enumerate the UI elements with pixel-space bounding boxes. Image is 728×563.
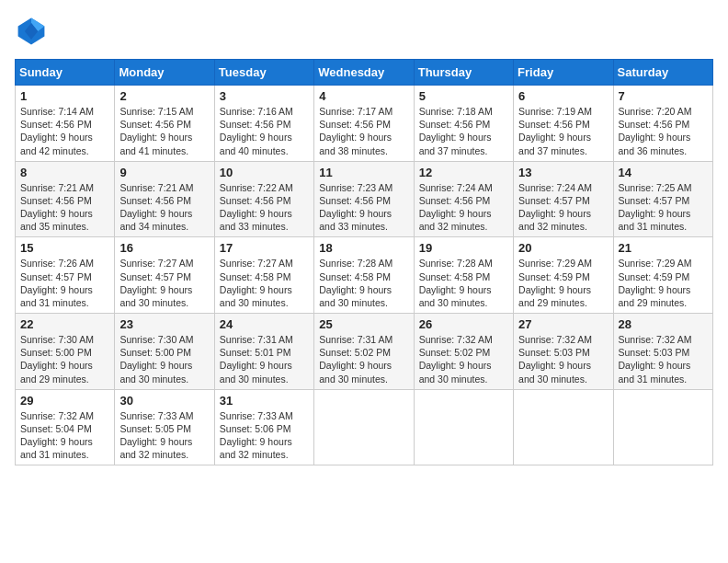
day-detail: Sunrise: 7:28 AM Sunset: 4:58 PM Dayligh… [419, 257, 508, 309]
day-number: 7 [619, 89, 708, 103]
table-row: 30 Sunrise: 7:33 AM Sunset: 5:05 PM Dayl… [115, 389, 214, 465]
day-detail: Sunrise: 7:15 AM Sunset: 4:56 PM Dayligh… [119, 105, 209, 157]
day-number: 26 [419, 317, 508, 331]
day-detail: Sunrise: 7:26 AM Sunset: 4:57 PM Dayligh… [20, 257, 109, 309]
calendar-table: SundayMondayTuesdayWednesdayThursdayFrid… [15, 59, 713, 465]
table-row: 28 Sunrise: 7:32 AM Sunset: 5:03 PM Dayl… [613, 314, 712, 390]
table-row: 16 Sunrise: 7:27 AM Sunset: 4:57 PM Dayl… [115, 237, 214, 314]
logo-icon [15, 15, 48, 48]
calendar-week-2: 8 Sunrise: 7:21 AM Sunset: 4:56 PM Dayli… [16, 161, 713, 237]
day-number: 18 [319, 241, 408, 255]
table-row: 3 Sunrise: 7:16 AM Sunset: 4:56 PM Dayli… [214, 86, 313, 162]
day-number: 1 [20, 89, 109, 103]
day-detail: Sunrise: 7:16 AM Sunset: 4:56 PM Dayligh… [220, 105, 309, 157]
day-number: 23 [119, 317, 209, 331]
day-number: 21 [619, 241, 708, 255]
day-detail: Sunrise: 7:21 AM Sunset: 4:56 PM Dayligh… [119, 181, 209, 234]
day-detail: Sunrise: 7:32 AM Sunset: 5:03 PM Dayligh… [518, 333, 608, 385]
day-detail: Sunrise: 7:28 AM Sunset: 4:58 PM Dayligh… [319, 257, 408, 309]
day-number: 5 [419, 89, 508, 103]
day-number: 3 [220, 89, 309, 103]
table-row: 4 Sunrise: 7:17 AM Sunset: 4:56 PM Dayli… [314, 86, 414, 162]
day-detail: Sunrise: 7:17 AM Sunset: 4:56 PM Dayligh… [319, 105, 408, 157]
table-row: 12 Sunrise: 7:24 AM Sunset: 4:56 PM Dayl… [414, 161, 513, 237]
day-detail: Sunrise: 7:14 AM Sunset: 4:56 PM Dayligh… [20, 105, 109, 157]
calendar-week-5: 29 Sunrise: 7:32 AM Sunset: 5:04 PM Dayl… [16, 389, 713, 465]
weekday-header-thursday: Thursday [414, 60, 513, 86]
day-detail: Sunrise: 7:23 AM Sunset: 4:56 PM Dayligh… [319, 181, 408, 234]
table-row: 17 Sunrise: 7:27 AM Sunset: 4:58 PM Dayl… [214, 237, 313, 314]
day-number: 8 [20, 166, 109, 179]
day-detail: Sunrise: 7:18 AM Sunset: 4:56 PM Dayligh… [419, 105, 508, 157]
calendar-week-3: 15 Sunrise: 7:26 AM Sunset: 4:57 PM Dayl… [16, 237, 713, 314]
table-row: 15 Sunrise: 7:26 AM Sunset: 4:57 PM Dayl… [16, 237, 115, 314]
table-row: 2 Sunrise: 7:15 AM Sunset: 4:56 PM Dayli… [115, 86, 214, 162]
day-number: 13 [518, 166, 608, 179]
day-number: 10 [220, 166, 309, 179]
weekday-header-sunday: Sunday [16, 60, 115, 86]
day-number: 25 [319, 317, 408, 331]
table-row: 1 Sunrise: 7:14 AM Sunset: 4:56 PM Dayli… [16, 86, 115, 162]
table-row: 5 Sunrise: 7:18 AM Sunset: 4:56 PM Dayli… [414, 86, 513, 162]
day-number: 6 [518, 89, 608, 103]
day-detail: Sunrise: 7:21 AM Sunset: 4:56 PM Dayligh… [20, 181, 109, 234]
table-row: 18 Sunrise: 7:28 AM Sunset: 4:58 PM Dayl… [314, 237, 414, 314]
weekday-header-saturday: Saturday [613, 60, 712, 86]
day-detail: Sunrise: 7:30 AM Sunset: 5:00 PM Dayligh… [20, 333, 109, 385]
day-detail: Sunrise: 7:33 AM Sunset: 5:06 PM Dayligh… [220, 409, 309, 462]
table-row [414, 389, 513, 465]
day-number: 9 [119, 166, 209, 179]
table-row [514, 389, 613, 465]
table-row: 10 Sunrise: 7:22 AM Sunset: 4:56 PM Dayl… [214, 161, 313, 237]
day-detail: Sunrise: 7:29 AM Sunset: 4:59 PM Dayligh… [518, 257, 608, 309]
day-number: 27 [518, 317, 608, 331]
day-number: 4 [319, 89, 408, 103]
table-row: 26 Sunrise: 7:32 AM Sunset: 5:02 PM Dayl… [414, 314, 513, 390]
weekday-header-row: SundayMondayTuesdayWednesdayThursdayFrid… [16, 60, 713, 86]
day-detail: Sunrise: 7:25 AM Sunset: 4:57 PM Dayligh… [619, 181, 708, 234]
day-number: 29 [20, 394, 109, 408]
table-row: 29 Sunrise: 7:32 AM Sunset: 5:04 PM Dayl… [16, 389, 115, 465]
day-detail: Sunrise: 7:29 AM Sunset: 4:59 PM Dayligh… [619, 257, 708, 309]
logo [15, 15, 53, 48]
day-detail: Sunrise: 7:24 AM Sunset: 4:57 PM Dayligh… [518, 181, 608, 234]
day-detail: Sunrise: 7:31 AM Sunset: 5:02 PM Dayligh… [319, 333, 408, 385]
day-number: 24 [220, 317, 309, 331]
table-row [314, 389, 414, 465]
table-row: 22 Sunrise: 7:30 AM Sunset: 5:00 PM Dayl… [16, 314, 115, 390]
day-number: 15 [20, 241, 109, 255]
table-row: 20 Sunrise: 7:29 AM Sunset: 4:59 PM Dayl… [514, 237, 613, 314]
table-row: 19 Sunrise: 7:28 AM Sunset: 4:58 PM Dayl… [414, 237, 513, 314]
table-row: 8 Sunrise: 7:21 AM Sunset: 4:56 PM Dayli… [16, 161, 115, 237]
weekday-header-wednesday: Wednesday [314, 60, 414, 86]
table-row: 27 Sunrise: 7:32 AM Sunset: 5:03 PM Dayl… [514, 314, 613, 390]
day-number: 20 [518, 241, 608, 255]
day-number: 16 [119, 241, 209, 255]
day-number: 2 [119, 89, 209, 103]
table-row [613, 389, 712, 465]
day-detail: Sunrise: 7:30 AM Sunset: 5:00 PM Dayligh… [119, 333, 209, 385]
table-row: 31 Sunrise: 7:33 AM Sunset: 5:06 PM Dayl… [214, 389, 313, 465]
day-detail: Sunrise: 7:24 AM Sunset: 4:56 PM Dayligh… [419, 181, 508, 234]
table-row: 7 Sunrise: 7:20 AM Sunset: 4:56 PM Dayli… [613, 86, 712, 162]
day-number: 14 [619, 166, 708, 179]
table-row: 13 Sunrise: 7:24 AM Sunset: 4:57 PM Dayl… [514, 161, 613, 237]
table-row: 24 Sunrise: 7:31 AM Sunset: 5:01 PM Dayl… [214, 314, 313, 390]
table-row: 23 Sunrise: 7:30 AM Sunset: 5:00 PM Dayl… [115, 314, 214, 390]
day-number: 30 [119, 394, 209, 408]
day-detail: Sunrise: 7:19 AM Sunset: 4:56 PM Dayligh… [518, 105, 608, 157]
calendar-week-4: 22 Sunrise: 7:30 AM Sunset: 5:00 PM Dayl… [16, 314, 713, 390]
table-row: 25 Sunrise: 7:31 AM Sunset: 5:02 PM Dayl… [314, 314, 414, 390]
day-detail: Sunrise: 7:32 AM Sunset: 5:03 PM Dayligh… [619, 333, 708, 385]
day-number: 19 [419, 241, 508, 255]
weekday-header-friday: Friday [514, 60, 613, 86]
table-row: 21 Sunrise: 7:29 AM Sunset: 4:59 PM Dayl… [613, 237, 712, 314]
day-detail: Sunrise: 7:27 AM Sunset: 4:58 PM Dayligh… [220, 257, 309, 309]
table-row: 6 Sunrise: 7:19 AM Sunset: 4:56 PM Dayli… [514, 86, 613, 162]
table-row: 14 Sunrise: 7:25 AM Sunset: 4:57 PM Dayl… [613, 161, 712, 237]
day-detail: Sunrise: 7:32 AM Sunset: 5:04 PM Dayligh… [20, 409, 109, 462]
day-number: 12 [419, 166, 508, 179]
day-detail: Sunrise: 7:22 AM Sunset: 4:56 PM Dayligh… [220, 181, 309, 234]
day-number: 31 [220, 394, 309, 408]
day-number: 11 [319, 166, 408, 179]
